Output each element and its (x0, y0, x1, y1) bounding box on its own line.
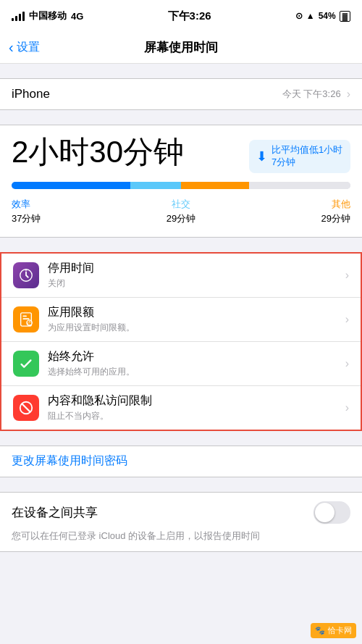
app-limits-subtitle: 为应用设置时间限额。 (48, 322, 345, 334)
category-social: 社交 29分钟 (167, 198, 195, 225)
password-link-row[interactable]: 更改屏幕使用时间密码 (0, 446, 362, 477)
nav-bar: ‹ 设置 屏幕使用时间 (0, 32, 362, 64)
content-privacy-title: 内容和隐私访问限制 (48, 393, 345, 409)
signal-icon (12, 12, 25, 21)
svg-rect-3 (22, 318, 29, 319)
svg-rect-2 (22, 315, 27, 317)
settings-list: 停用时间 关闭 › ⏱ 应用限额 为应用设置时间限额。 › (0, 252, 362, 431)
app-limits-item[interactable]: ⏱ 应用限额 为应用设置时间限额。 › (1, 298, 361, 342)
downtime-chevron: › (345, 269, 349, 282)
back-label: 设置 (17, 40, 40, 55)
timestamp-label: 今天 下午3:26 (282, 88, 341, 101)
downtime-title: 停用时间 (48, 261, 345, 276)
usage-compare-text: 比平均值低1小时7分钟 (272, 144, 343, 169)
watermark-text: 恰卡网 (328, 625, 352, 636)
page-title: 屏幕使用时间 (144, 39, 218, 56)
status-right: ⊙ ▲ 54% ▓ (295, 11, 350, 22)
always-allowed-chevron: › (345, 357, 349, 370)
social-time: 29分钟 (167, 212, 195, 225)
content-privacy-subtitle: 阻止不当内容。 (48, 410, 345, 422)
status-left: 中国移动 4G (12, 9, 83, 22)
usage-time: 2小时30分钟 (12, 137, 184, 167)
content-privacy-item[interactable]: 内容和隐私访问限制 阻止不当内容。 › (1, 386, 361, 430)
back-button[interactable]: ‹ 设置 (9, 40, 40, 56)
category-other: 其他 29分钟 (321, 198, 350, 225)
toggle-thumb (315, 503, 334, 522)
other-segment (181, 182, 249, 189)
always-allowed-text: 始终允许 选择始终可用的应用。 (48, 349, 345, 378)
content-privacy-icon (13, 395, 39, 421)
efficiency-label: 效率 (12, 198, 41, 211)
app-limits-icon: ⏱ (13, 306, 39, 333)
efficiency-time: 37分钟 (12, 212, 41, 225)
category-efficiency: 效率 37分钟 (12, 198, 41, 225)
social-segment (130, 182, 181, 189)
always-allowed-subtitle: 选择始终可用的应用。 (48, 366, 345, 378)
social-label: 社交 (167, 198, 195, 211)
other-label: 其他 (321, 198, 350, 211)
always-allowed-icon (13, 351, 39, 377)
content-privacy-chevron: › (345, 401, 349, 414)
battery-icon: ▓ (340, 11, 350, 22)
battery-label: 54% (319, 11, 336, 21)
chevron-right-icon: › (347, 88, 350, 101)
usage-section: 2小时30分钟 ⬇ 比平均值低1小时7分钟 效率 37分钟 社交 29分钟 (0, 125, 362, 238)
status-time: 下午3:26 (168, 9, 211, 23)
location-icon: ⊙ (295, 11, 303, 21)
usage-progress-bar (12, 182, 350, 189)
content-area: iPhone 今天 下午3:26 › 2小时30分钟 ⬇ 比平均值低1小时7分钟… (0, 64, 362, 644)
watermark: 🐾 恰卡网 (311, 623, 356, 638)
app-limits-chevron: › (345, 313, 349, 326)
share-description: 您可以在任何已登录 iCloud 的设备上启用，以报告使用时间 (12, 530, 350, 543)
status-bar: 中国移动 4G 下午3:26 ⊙ ▲ 54% ▓ (0, 0, 362, 32)
iphone-label: iPhone (12, 87, 50, 101)
downtime-text: 停用时间 关闭 (48, 261, 345, 290)
wifi-icon: ▲ (306, 11, 315, 21)
downtime-subtitle: 关闭 (48, 277, 345, 290)
svg-line-7 (22, 404, 30, 411)
password-link[interactable]: 更改屏幕使用时间密码 (12, 453, 127, 469)
share-section: 在设备之间共享 您可以在任何已登录 iCloud 的设备上启用，以报告使用时间 (0, 492, 362, 552)
network-label: 4G (71, 11, 83, 22)
share-toggle[interactable] (313, 501, 350, 524)
carrier-label: 中国移动 (29, 9, 67, 22)
content-privacy-text: 内容和隐私访问限制 阻止不当内容。 (48, 393, 345, 422)
always-allowed-title: 始终允许 (48, 349, 345, 364)
share-header: 在设备之间共享 (12, 501, 350, 524)
down-arrow-icon: ⬇ (256, 149, 267, 164)
iphone-row[interactable]: iPhone 今天 下午3:26 › (0, 78, 362, 110)
other-time: 29分钟 (321, 212, 350, 225)
chevron-left-icon: ‹ (9, 39, 14, 56)
usage-compare: ⬇ 比平均值低1小时7分钟 (249, 140, 350, 173)
svg-text:⏱: ⏱ (27, 320, 32, 327)
category-labels: 效率 37分钟 社交 29分钟 其他 29分钟 (12, 198, 350, 237)
empty-segment (249, 182, 350, 189)
always-allowed-item[interactable]: 始终允许 选择始终可用的应用。 › (1, 342, 361, 386)
app-limits-title: 应用限额 (48, 305, 345, 320)
efficiency-segment (12, 182, 130, 189)
downtime-item[interactable]: 停用时间 关闭 › (1, 254, 361, 298)
share-title: 在设备之间共享 (12, 504, 98, 521)
app-limits-text: 应用限额 为应用设置时间限额。 (48, 305, 345, 334)
downtime-icon (13, 262, 39, 288)
